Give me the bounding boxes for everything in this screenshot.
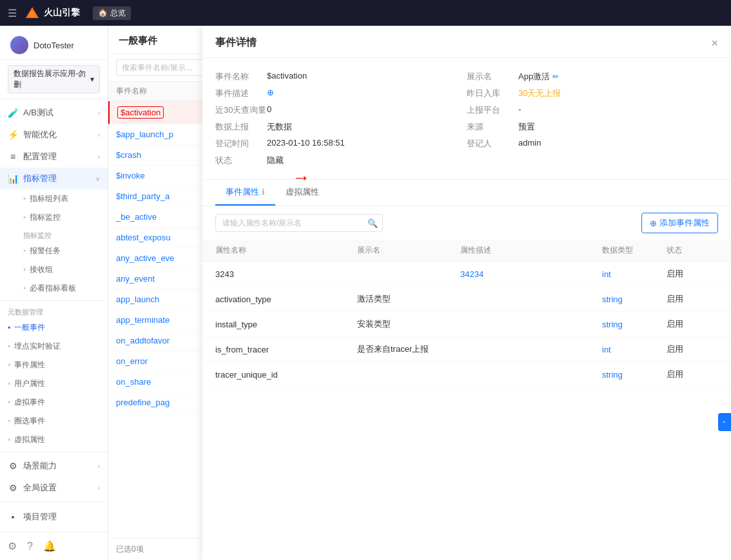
reg-time-value: 2023-01-10 16:58:51 (267, 138, 345, 148)
sidebar-item-config[interactable]: ≡ 配置管理 › (0, 146, 108, 168)
attr-display: 是否来自tracer上报 (357, 343, 460, 355)
sidebar-item-dashboard[interactable]: 必看指标看板 (15, 279, 108, 298)
detail-tabs: 事件属性 ℹ 虚拟属性 (202, 180, 731, 206)
tab-event-attrs-label: 事件属性 (226, 186, 259, 198)
attr-search-wrapper: 🔍 (215, 214, 383, 232)
realtime-verify-label: 埋点实时验证 (14, 341, 61, 352)
event-desc-icon[interactable]: ⊕ (267, 88, 274, 97)
config-icon: ≡ (8, 151, 18, 162)
event-name: app_terminate (116, 315, 170, 325)
metrics-monitor-label: 指标监控 (30, 212, 61, 223)
event-name: on_error (116, 356, 148, 366)
chevron-down-icon: ▾ (90, 75, 94, 84)
nav-divider (0, 300, 108, 301)
search-icon: 🔍 (367, 218, 378, 228)
sidebar-item-metrics[interactable]: 📊 指标管理 ∨ (0, 168, 108, 189)
event-name: _be_active (116, 212, 157, 222)
event-name: any_active_eve (116, 253, 174, 263)
meta-event-desc: 事件描述 ⊕ (215, 85, 467, 102)
meta-source: 来源 预置 (467, 119, 718, 135)
sidebar-item-global[interactable]: ⚙ 全局设置 › (0, 477, 108, 499)
event-name-label: 事件名称 (215, 71, 267, 82)
sidebar-item-project[interactable]: ▪ 项目管理 (8, 507, 100, 526)
source-label: 来源 (467, 121, 518, 133)
source-value: 预置 (518, 121, 535, 133)
sidebar-item-metrics-label: 指标管理 (23, 173, 57, 184)
tab-virtual-attrs[interactable]: 虚拟属性 (275, 180, 329, 206)
sidebar-item-virtual-events[interactable]: 虚拟事件 (0, 393, 108, 412)
ab-arrow-icon: › (98, 110, 100, 117)
event-name: abtest_exposu (116, 233, 171, 242)
sidebar-item-metrics-monitor[interactable]: 指标监控 (15, 208, 108, 227)
help-icon[interactable]: ? (27, 541, 33, 552)
info-icon[interactable]: ℹ (262, 188, 265, 197)
attr-search-input[interactable] (215, 214, 383, 232)
sidebar-item-general-events[interactable]: 一般事件 (0, 318, 108, 337)
attr-status: 启用 (667, 268, 718, 280)
settings-icon[interactable]: ⚙ (8, 540, 17, 552)
project-section: ▪ 项目管理 (0, 501, 108, 532)
close-button[interactable]: × (711, 37, 718, 49)
sidebar-item-scene-label: 场景能力 (23, 460, 57, 472)
panel-title: 一般事件 (119, 35, 157, 46)
side-tab-button[interactable]: ‹ (718, 413, 731, 431)
attr-status: 启用 (667, 293, 718, 305)
meta-data-report: 数据上报 无数据 (215, 119, 467, 135)
selected-count: 已选0项 (116, 545, 144, 554)
table-row[interactable]: tracer_unique_id string 启用 (202, 362, 731, 387)
col-desc: 属性描述 (460, 245, 602, 256)
metrics-list-label: 指标组列表 (30, 193, 68, 204)
tab-event-attrs[interactable]: 事件属性 ℹ (215, 180, 275, 206)
event-name: on_addtofavor (116, 336, 170, 345)
attr-type: string (602, 320, 667, 329)
sidebar-item-user-attrs[interactable]: 用户属性 (0, 374, 108, 393)
attrs-table: 属性名称 展示名 属性描述 数据类型 状态 3243 34234 int 启用 … (202, 240, 731, 560)
registrant-label: 登记人 (467, 138, 518, 150)
detail-panel-header: 事件详情 × (202, 26, 731, 58)
query-count-value: 0 (267, 104, 271, 114)
meta-status: 状态 隐藏 (215, 152, 467, 169)
edit-icon[interactable]: ✏ (552, 72, 559, 81)
detail-toolbar: 🔍 ⊕ 添加事件属性 (202, 206, 731, 240)
add-icon: ⊕ (650, 218, 657, 228)
sidebar-nav: 🧪 A/B测试 › ⚡ 智能优化 › ≡ 配置管理 › 📊 指标管理 ∨ (0, 99, 108, 501)
dashboard-label: 必看指标看板 (30, 283, 76, 294)
sidebar-item-optimize[interactable]: ⚡ 智能优化 › (0, 124, 108, 146)
meta-left: 事件名称 $activation 事件描述 ⊕ 近30天查询量 0 数据上报 无… (215, 68, 467, 169)
virtual-events-label: 虚拟事件 (14, 397, 45, 408)
status-label: 状态 (215, 155, 267, 166)
attr-type: string (602, 294, 667, 304)
global-arrow-icon: › (98, 485, 100, 492)
col-type: 数据类型 (602, 245, 667, 256)
sidebar-item-metrics-list[interactable]: 指标组列表 (15, 189, 108, 208)
sidebar-item-virtual-attrs[interactable]: 虚拟属性 (0, 430, 108, 449)
sidebar-item-scene[interactable]: ⚙ 场景能力 › (0, 455, 108, 477)
sidebar-item-select-events[interactable]: 圈选事件 (0, 412, 108, 430)
yesterday-label: 昨日入库 (467, 88, 518, 99)
ab-icon: 🧪 (8, 108, 18, 118)
sidebar-item-event-attrs[interactable]: 事件属性 (0, 356, 108, 374)
table-row[interactable]: activation_type 激活类型 string 启用 (202, 287, 731, 312)
add-attr-button[interactable]: ⊕ 添加事件属性 (641, 213, 718, 233)
table-row[interactable]: is_from_tracer 是否来自tracer上报 int 启用 (202, 337, 731, 362)
sidebar-item-ab[interactable]: 🧪 A/B测试 › (0, 102, 108, 124)
table-row[interactable]: install_type 安装类型 string 启用 (202, 312, 731, 337)
table-row[interactable]: 3243 34234 int 启用 (202, 262, 731, 287)
app-selector-btn[interactable]: 数据报告展示应用-勿删 ▾ (8, 65, 100, 93)
optimize-arrow-icon: › (98, 131, 100, 139)
metrics-icon: 📊 (8, 173, 18, 184)
attr-name: is_from_tracer (215, 345, 357, 354)
breadcrumb-home[interactable]: 🏠 总览 (93, 6, 131, 20)
status-value: 隐藏 (267, 155, 284, 166)
menu-icon[interactable]: ☰ (8, 7, 17, 19)
scene-icon: ⚙ (8, 461, 18, 471)
attr-status: 启用 (667, 318, 718, 330)
sidebar-item-realtime-verify[interactable]: 埋点实时验证 (0, 337, 108, 356)
meta-display-name: 展示名 App激活 ✏ (467, 68, 718, 85)
event-name: $activation (117, 106, 164, 119)
sidebar-item-report-tasks[interactable]: 报警任务 (15, 242, 108, 260)
notification-icon[interactable]: 🔔 (43, 540, 56, 552)
metrics-submenu: 指标组列表 指标监控 指标监控 报警任务 接收组 必看指标看板 (0, 189, 108, 298)
sidebar-item-receivers[interactable]: 接收组 (15, 260, 108, 279)
attr-name: tracer_unique_id (215, 370, 357, 380)
